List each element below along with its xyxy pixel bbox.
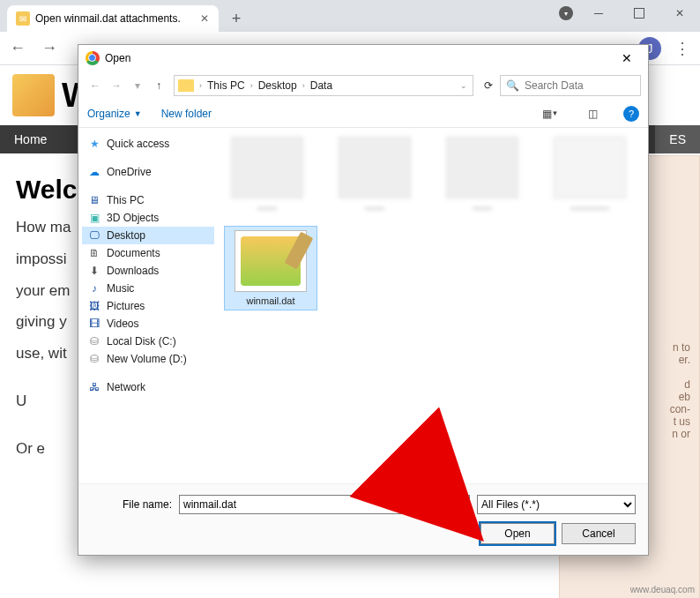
cube-icon: ▣ bbox=[87, 212, 101, 224]
menu-icon[interactable]: ⋮ bbox=[672, 38, 693, 59]
file-label: —— bbox=[365, 202, 384, 213]
view-mode-button[interactable]: ▦ ▼ bbox=[539, 104, 562, 123]
tab-favicon: ✉ bbox=[16, 11, 30, 26]
file-thumbnail bbox=[339, 137, 411, 198]
chevron-down-icon: ▼ bbox=[134, 109, 142, 118]
sidebar-label: Network bbox=[107, 381, 145, 393]
nav-forward-icon[interactable]: → bbox=[39, 38, 60, 59]
file-item[interactable]: —— bbox=[225, 137, 309, 213]
nav-home[interactable]: Home bbox=[0, 125, 61, 153]
sidebar-label: 3D Objects bbox=[107, 212, 159, 224]
browser-tab[interactable]: ✉ Open winmail.dat attachments. ✕ bbox=[7, 5, 219, 32]
file-thumbnail bbox=[231, 137, 303, 198]
file-filter-select[interactable]: All Files (*.*) bbox=[477, 495, 636, 514]
help-icon[interactable]: ? bbox=[623, 106, 639, 122]
nav-up-icon[interactable]: ↑ bbox=[149, 76, 168, 95]
cloud-icon: ☁ bbox=[87, 166, 101, 178]
sidebar-new-volume-d[interactable]: ⛁New Volume (D:) bbox=[82, 350, 214, 368]
network-icon: 🖧 bbox=[87, 381, 101, 393]
window-minimize-button[interactable] bbox=[578, 0, 619, 26]
new-tab-button[interactable]: + bbox=[224, 6, 249, 31]
breadcrumb-box[interactable]: › This PC › Desktop › Data ⌄ bbox=[174, 75, 473, 96]
music-icon: ♪ bbox=[87, 282, 101, 295]
chevron-right-icon[interactable]: › bbox=[301, 81, 307, 90]
folder-icon bbox=[178, 79, 194, 92]
picture-icon: 🖼 bbox=[87, 300, 101, 312]
sidebar-quick-access[interactable]: ★Quick access bbox=[82, 135, 214, 153]
download-icon: ⬇ bbox=[87, 265, 101, 277]
sidebar-network[interactable]: 🖧Network bbox=[82, 378, 214, 396]
nav-recent-icon[interactable]: ▾ bbox=[128, 76, 147, 95]
sidebar-onedrive[interactable]: ☁OneDrive bbox=[82, 163, 214, 181]
sidebar-label: Pictures bbox=[107, 300, 145, 312]
sidebar-label: This PC bbox=[107, 194, 145, 206]
dialog-toolbar: Organize ▼ New folder ▦ ▼ ◫ ? bbox=[78, 100, 648, 128]
breadcrumb-item[interactable]: This PC bbox=[204, 79, 249, 92]
pc-icon: 🖥 bbox=[87, 194, 101, 206]
star-icon: ★ bbox=[87, 138, 101, 150]
cancel-button[interactable]: Cancel bbox=[562, 523, 636, 544]
window-maximize-button[interactable] bbox=[619, 0, 659, 26]
sidebar-documents[interactable]: 🗎Documents bbox=[82, 244, 214, 262]
file-thumbnail bbox=[235, 230, 307, 292]
footer-url: www.deuaq.com bbox=[630, 585, 695, 594]
file-label: winmail.dat bbox=[246, 295, 294, 306]
dialog-title: Open bbox=[105, 52, 130, 64]
window-close-button[interactable] bbox=[659, 0, 700, 26]
open-button[interactable]: Open bbox=[480, 523, 555, 544]
organize-label: Organize bbox=[87, 108, 130, 120]
sidebar-label: Local Disk (C:) bbox=[107, 335, 176, 348]
tab-title: Open winmail.dat attachments. bbox=[35, 12, 181, 25]
site-logo bbox=[12, 74, 55, 116]
sidebar-label: Documents bbox=[107, 247, 160, 259]
disk-icon: ⛁ bbox=[87, 353, 101, 365]
sidebar-pictures[interactable]: 🖼Pictures bbox=[82, 297, 214, 315]
filename-input[interactable] bbox=[179, 495, 470, 514]
sidebar-label: New Volume (D:) bbox=[107, 353, 187, 365]
file-open-dialog: Open ✕ ← → ▾ ↑ › This PC › Desktop › Dat… bbox=[78, 44, 649, 556]
sidebar-desktop[interactable]: 🖵Desktop bbox=[82, 227, 214, 244]
nav-back-icon[interactable]: ← bbox=[86, 76, 105, 95]
breadcrumb-item[interactable]: Data bbox=[307, 79, 336, 92]
sidebar-label: OneDrive bbox=[107, 166, 152, 178]
search-icon: 🔍 bbox=[506, 79, 519, 92]
file-list[interactable]: —— —— —— ———— winmail.dat bbox=[218, 128, 648, 483]
sidebar-videos[interactable]: 🎞Videos bbox=[82, 315, 214, 333]
file-item-selected[interactable]: winmail.dat bbox=[225, 227, 316, 310]
refresh-icon[interactable]: ⟳ bbox=[479, 76, 498, 95]
chevron-right-icon[interactable]: › bbox=[249, 81, 255, 90]
dialog-footer: File name: All Files (*.*) Open Cancel bbox=[78, 483, 648, 555]
file-item[interactable]: —— bbox=[332, 137, 417, 213]
search-box[interactable]: 🔍 Search Data bbox=[500, 75, 641, 96]
disk-icon: ⛁ bbox=[87, 335, 101, 348]
tab-close-icon[interactable]: ✕ bbox=[199, 13, 210, 24]
nav-lang[interactable]: ES bbox=[655, 125, 700, 153]
sidebar-label: Music bbox=[107, 282, 134, 295]
preview-pane-button[interactable]: ◫ bbox=[581, 104, 604, 123]
sidebar-downloads[interactable]: ⬇Downloads bbox=[82, 262, 214, 280]
browser-tabstrip: ✉ Open winmail.dat attachments. ✕ + ▾ bbox=[0, 0, 700, 32]
organize-button[interactable]: Organize ▼ bbox=[87, 108, 142, 120]
sidebar-music[interactable]: ♪Music bbox=[82, 280, 214, 297]
sidebar-this-pc[interactable]: 🖥This PC bbox=[82, 191, 214, 209]
breadcrumb-item[interactable]: Desktop bbox=[255, 79, 301, 92]
file-thumbnail bbox=[554, 137, 626, 198]
sidebar-3d-objects[interactable]: ▣3D Objects bbox=[82, 209, 214, 227]
file-label: —— bbox=[473, 202, 492, 213]
account-indicator[interactable]: ▾ bbox=[554, 0, 578, 26]
search-placeholder: Search Data bbox=[525, 79, 584, 92]
desktop-icon: 🖵 bbox=[87, 229, 101, 242]
file-thumbnail bbox=[446, 137, 518, 198]
file-item[interactable]: ———— bbox=[547, 137, 632, 213]
nav-back-icon[interactable]: ← bbox=[7, 38, 28, 59]
chevron-down-icon[interactable]: ⌄ bbox=[458, 81, 469, 90]
dialog-close-button[interactable]: ✕ bbox=[613, 48, 641, 69]
dialog-sidebar: ★Quick access ☁OneDrive 🖥This PC ▣3D Obj… bbox=[78, 128, 218, 483]
file-item[interactable]: —— bbox=[440, 137, 525, 213]
filename-label: File name: bbox=[91, 498, 172, 511]
file-label: ———— bbox=[570, 202, 609, 213]
new-folder-button[interactable]: New folder bbox=[161, 108, 212, 120]
chevron-right-icon[interactable]: › bbox=[197, 81, 204, 90]
sidebar-local-disk-c[interactable]: ⛁Local Disk (C:) bbox=[82, 333, 214, 350]
chrome-icon bbox=[86, 51, 100, 65]
